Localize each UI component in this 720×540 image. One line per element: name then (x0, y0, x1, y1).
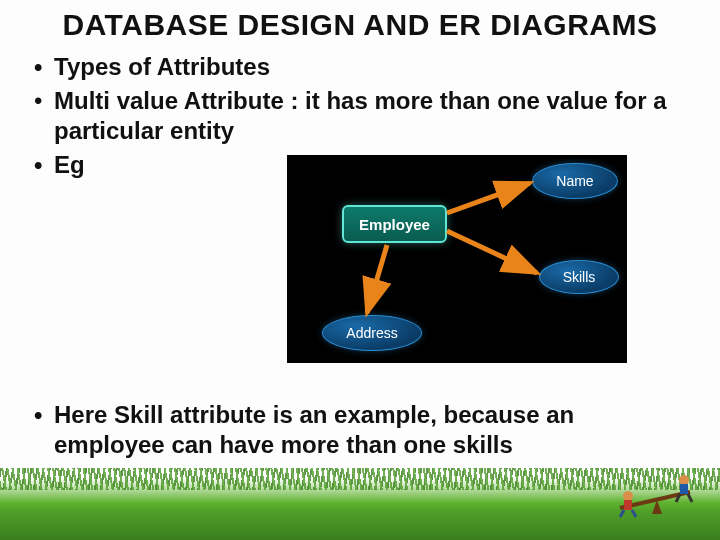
bullet-explain-highlight: Skill (114, 401, 163, 428)
svg-line-0 (447, 183, 530, 213)
attribute-skills: Skills (539, 260, 619, 294)
bullet-types: Types of Attributes (30, 52, 690, 82)
slide: DATABASE DESIGN AND ER DIAGRAMS Types of… (0, 0, 720, 540)
er-diagram: Employee Name Skills Address (287, 155, 627, 363)
attribute-name: Name (532, 163, 618, 199)
svg-rect-5 (624, 500, 632, 510)
slide-title: DATABASE DESIGN AND ER DIAGRAMS (30, 8, 690, 42)
attribute-address: Address (322, 315, 422, 351)
svg-point-8 (679, 475, 689, 485)
bullet-multivalue: Multi value Attribute : it has more than… (30, 86, 690, 146)
bullet-explain: Here Skill attribute is an example, beca… (30, 400, 690, 460)
bullet-explain-pre: Here (54, 401, 114, 428)
svg-line-7 (632, 510, 636, 517)
svg-point-4 (623, 491, 633, 501)
svg-line-11 (688, 494, 692, 502)
entity-employee: Employee (342, 205, 447, 243)
seesaw-kids-icon (612, 462, 702, 522)
svg-line-1 (447, 231, 537, 273)
svg-rect-9 (680, 484, 688, 494)
bullet-multivalue-lead: Multi value Attribute (54, 87, 284, 114)
svg-line-2 (367, 245, 387, 313)
svg-line-6 (620, 510, 624, 517)
